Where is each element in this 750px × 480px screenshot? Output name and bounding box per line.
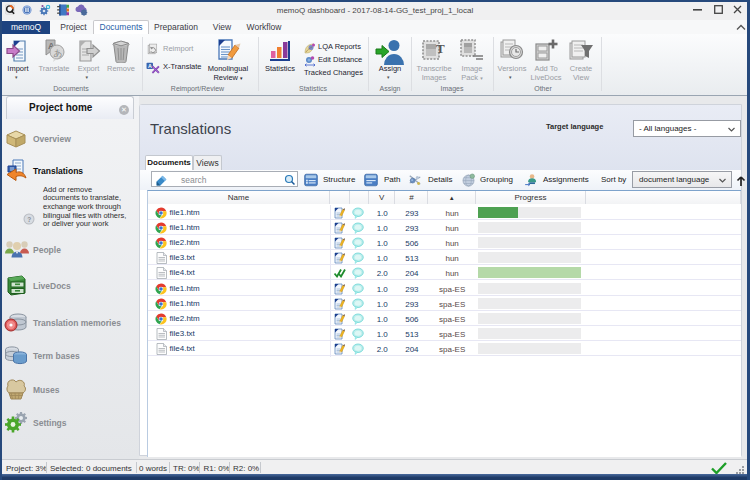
svg-text:A: A <box>148 63 152 69</box>
svg-text:あ: あ <box>54 48 63 58</box>
svg-text:T: T <box>436 41 445 56</box>
svg-text:?: ? <box>27 216 31 223</box>
